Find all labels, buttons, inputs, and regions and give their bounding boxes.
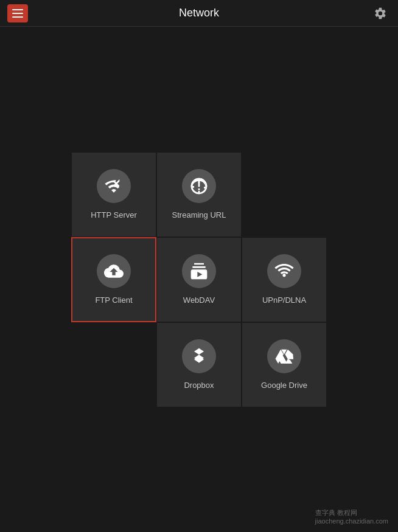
streaming-url-label: Streaming URL (172, 210, 226, 219)
empty-top-right (242, 152, 327, 237)
upnp-dlna-label: UPnP/DLNA (262, 295, 306, 305)
hamburger-line-1 (12, 9, 23, 10)
upnp-dlna-item[interactable]: UPnP/DLNA (242, 237, 327, 322)
webdav-item[interactable]: WebDAV (156, 237, 242, 322)
google-drive-icon (274, 347, 294, 366)
http-server-icon (104, 176, 124, 196)
dropbox-label: Dropbox (184, 381, 214, 390)
webdav-label: WebDAV (183, 295, 215, 305)
http-server-item[interactable]: HTTP Server (71, 152, 156, 237)
page-title: Network (179, 7, 219, 19)
upnp-dlna-icon (274, 261, 294, 281)
network-grid: HTTP Server Streaming URL FTP Client (71, 152, 327, 407)
settings-button[interactable] (370, 3, 391, 24)
google-drive-label: Google Drive (261, 381, 307, 390)
gear-icon (374, 7, 387, 20)
empty-bottom-left (71, 322, 156, 407)
main-content: HTTP Server Streaming URL FTP Client (0, 27, 398, 532)
ftp-client-label: FTP Client (95, 295, 132, 305)
watermark-text: 查字典 教程网jiaocheng.chazidian.com (315, 509, 388, 525)
watermark: 查字典 教程网jiaocheng.chazidian.com (315, 508, 388, 525)
http-server-label: HTTP Server (91, 210, 137, 219)
hamburger-line-3 (12, 16, 23, 18)
dropbox-item[interactable]: Dropbox (156, 322, 242, 407)
hamburger-line-2 (12, 13, 23, 14)
top-bar: Network (0, 0, 398, 27)
google-drive-icon-circle (267, 339, 301, 373)
ftp-client-icon (104, 261, 124, 281)
streaming-url-icon-circle (182, 169, 216, 203)
http-server-icon-circle (97, 169, 131, 203)
google-drive-item[interactable]: Google Drive (242, 322, 327, 407)
top-bar-left (7, 4, 28, 22)
streaming-url-icon (189, 176, 209, 196)
ftp-client-item[interactable]: FTP Client (71, 237, 156, 322)
webdav-icon-circle (182, 254, 216, 288)
dropbox-icon-circle (182, 339, 216, 373)
webdav-icon (189, 261, 209, 281)
ftp-client-icon-circle (97, 254, 131, 288)
streaming-url-item[interactable]: Streaming URL (156, 152, 242, 237)
dropbox-icon (189, 347, 209, 366)
upnp-dlna-icon-circle (267, 254, 301, 288)
menu-button[interactable] (7, 4, 28, 22)
